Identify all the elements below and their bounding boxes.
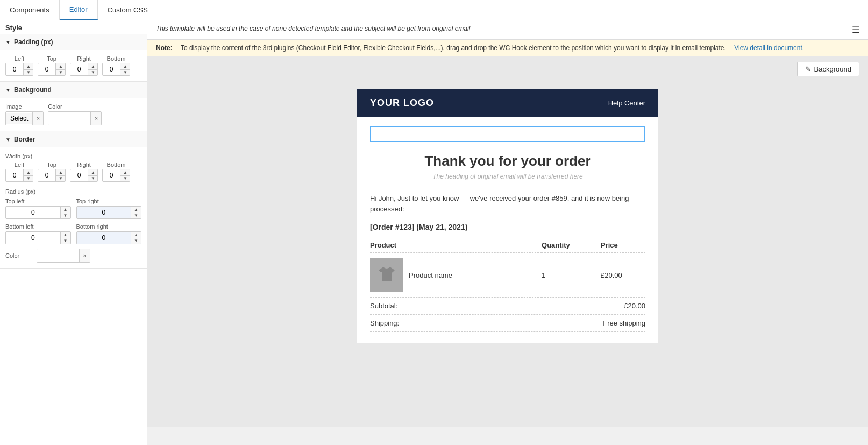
- border-section-header[interactable]: ▼ Border: [0, 131, 147, 147]
- radius-br-up[interactable]: ▲: [131, 232, 141, 238]
- border-bottom-down[interactable]: ▼: [120, 175, 130, 181]
- product-price: £20.00: [601, 253, 645, 298]
- border-bottom-up[interactable]: ▲: [120, 169, 130, 175]
- radius-top-left-group: Top left ▲ ▼: [5, 198, 71, 219]
- padding-bottom-input[interactable]: ▲ ▼: [102, 63, 130, 76]
- border-top-up[interactable]: ▲: [56, 169, 66, 175]
- padding-inputs: ▲ ▼ ▲ ▼ ▲: [5, 63, 141, 76]
- border-bottom-input[interactable]: ▲ ▼: [102, 169, 130, 182]
- padding-left-input[interactable]: ▲ ▼: [5, 63, 33, 76]
- notice-bar: This template will be used in the case o…: [147, 20, 868, 40]
- email-preview-area: ✎ Background YOUR LOGO Help Center Thank…: [147, 56, 868, 427]
- tab-custom-css[interactable]: Custom CSS: [98, 0, 158, 20]
- image-select-button[interactable]: Select: [6, 113, 32, 124]
- tab-editor[interactable]: Editor: [60, 0, 98, 20]
- radius-tl-down[interactable]: ▼: [61, 213, 70, 218]
- radius-top-row: Top left ▲ ▼ Top right: [5, 198, 141, 219]
- padding-top-down[interactable]: ▼: [56, 69, 66, 75]
- plugin-note: Note: To display the content of the 3rd …: [147, 40, 868, 56]
- background-arrow-icon: ▼: [5, 87, 11, 93]
- summary-subtotal: Subtotal: £20.00: [370, 298, 645, 315]
- background-button[interactable]: ✎ Background: [797, 62, 859, 76]
- radius-bl-up[interactable]: ▲: [61, 232, 70, 238]
- border-color-row: Color ×: [5, 249, 141, 263]
- border-top-down[interactable]: ▼: [56, 175, 66, 181]
- radius-tr-up[interactable]: ▲: [131, 207, 141, 213]
- radius-bottom-left-input[interactable]: ▲ ▼: [5, 231, 71, 244]
- note-label: Note:: [156, 44, 173, 52]
- padding-right-up[interactable]: ▲: [88, 63, 98, 69]
- padding-right-down[interactable]: ▼: [88, 69, 98, 75]
- border-arrow-icon: ▼: [5, 137, 11, 143]
- padding-section-header[interactable]: ▼ Padding (px): [0, 34, 147, 50]
- email-blue-bar: [370, 126, 645, 142]
- radius-bottom-row: Bottom left ▲ ▼ Bottom right: [5, 223, 141, 244]
- border-color-input[interactable]: [37, 249, 79, 262]
- radius-tl-up[interactable]: ▲: [61, 207, 70, 213]
- product-thumbnail: [370, 258, 403, 292]
- radius-bottom-left-group: Bottom left ▲ ▼: [5, 223, 71, 244]
- border-right-input[interactable]: ▲ ▼: [70, 169, 98, 182]
- pencil-icon: ✎: [805, 65, 811, 73]
- padding-section: ▼ Padding (px) Left Top Right Bottom ▲ ▼: [0, 34, 147, 82]
- product-quantity: 1: [542, 253, 601, 298]
- background-color-input[interactable]: [48, 112, 90, 125]
- image-select-wrap: Select ×: [5, 111, 44, 125]
- summary-shipping: Shipping: Free shipping: [370, 315, 645, 332]
- note-text: To display the content of the 3rd plugin…: [181, 44, 726, 52]
- email-subtitle: The heading of original email will be tr…: [370, 173, 645, 180]
- border-right-down[interactable]: ▼: [88, 175, 98, 181]
- padding-labels: Left Top Right Bottom: [5, 55, 141, 62]
- border-right-up[interactable]: ▲: [88, 169, 98, 175]
- email-card: YOUR LOGO Help Center Thank you for your…: [357, 89, 658, 343]
- email-title: Thank you for your order: [370, 153, 645, 169]
- border-left-down[interactable]: ▼: [24, 175, 33, 181]
- padding-arrow-icon: ▼: [5, 39, 11, 45]
- background-section-content: Image Select × Color ×: [0, 98, 147, 131]
- border-left-input[interactable]: ▲ ▼: [5, 169, 33, 182]
- product-cell: Product name: [370, 253, 542, 298]
- email-greeting: Hi John, Just to let you know — we've re…: [370, 193, 645, 214]
- background-section-header[interactable]: ▼ Background: [0, 82, 147, 98]
- padding-top-up[interactable]: ▲: [56, 63, 66, 69]
- email-help-center: Help Center: [608, 99, 645, 107]
- radius-top-right-input[interactable]: ▲ ▼: [76, 206, 142, 219]
- image-color-row: Image Select × Color ×: [5, 103, 141, 125]
- image-clear-button[interactable]: ×: [32, 112, 43, 125]
- notice-text: This template will be used in the case o…: [156, 25, 470, 32]
- border-left-up[interactable]: ▲: [24, 169, 33, 175]
- padding-left-up[interactable]: ▲: [24, 63, 33, 69]
- table-row: Product name 1 £20.00: [370, 253, 645, 298]
- col-quantity: Quantity: [542, 238, 601, 253]
- border-width-label: Width (px): [5, 153, 141, 159]
- padding-bottom-down[interactable]: ▼: [120, 69, 130, 75]
- radius-bottom-right-group: Bottom right ▲ ▼: [76, 223, 142, 244]
- radius-top-right-group: Top right ▲ ▼: [76, 198, 142, 219]
- border-section: ▼ Border Width (px) Left Top Right Botto…: [0, 131, 147, 269]
- border-width-labels: Left Top Right Bottom: [5, 161, 141, 168]
- email-logo: YOUR LOGO: [370, 97, 434, 109]
- col-price: Price: [601, 238, 645, 253]
- radius-bl-down[interactable]: ▼: [61, 238, 70, 244]
- border-top-input[interactable]: ▲ ▼: [38, 169, 66, 182]
- padding-left-down[interactable]: ▼: [24, 69, 33, 75]
- top-tabs: Components Editor Custom CSS: [0, 0, 868, 20]
- radius-tr-down[interactable]: ▼: [131, 213, 141, 218]
- border-color-clear[interactable]: ×: [79, 249, 90, 262]
- tshirt-icon: [377, 265, 396, 285]
- background-color-clear[interactable]: ×: [90, 112, 101, 125]
- padding-right-input[interactable]: ▲ ▼: [70, 63, 98, 76]
- image-group: Image Select ×: [5, 103, 44, 125]
- radius-top-left-input[interactable]: ▲ ▼: [5, 206, 71, 219]
- tab-components[interactable]: Components: [0, 0, 60, 20]
- background-section: ▼ Background Image Select × Color: [0, 82, 147, 131]
- color-group: Color ×: [48, 103, 102, 125]
- radius-bottom-right-input[interactable]: ▲ ▼: [76, 231, 142, 244]
- order-ref: [Order #123] (May 21, 2021): [370, 223, 645, 231]
- style-heading: Style: [0, 20, 147, 34]
- note-link[interactable]: View detail in document.: [734, 44, 804, 52]
- border-color-wrap: ×: [37, 249, 90, 263]
- radius-br-down[interactable]: ▼: [131, 238, 141, 244]
- padding-top-input[interactable]: ▲ ▼: [38, 63, 66, 76]
- padding-bottom-up[interactable]: ▲: [120, 63, 130, 69]
